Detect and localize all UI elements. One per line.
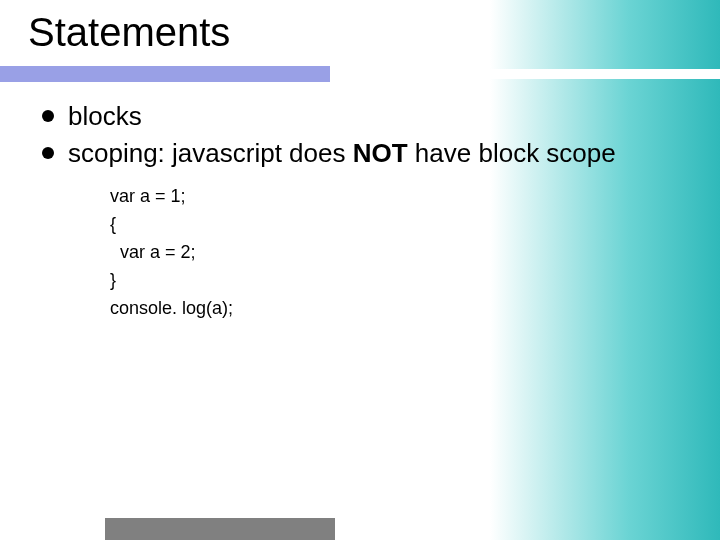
bullet-text-pre: scoping: javascript does <box>68 138 353 168</box>
code-line-4: } <box>110 267 680 295</box>
code-line-5: console. log(a); <box>110 295 680 323</box>
bullet-item-scoping: scoping: javascript does NOT have block … <box>40 137 680 170</box>
bullet-text-not: NOT <box>353 138 408 168</box>
code-line-1: var a = 1; <box>110 183 680 211</box>
content-area: blocks scoping: javascript does NOT have… <box>40 100 680 322</box>
code-line-3: var a = 2; <box>110 239 680 267</box>
bullet-item-blocks: blocks <box>40 100 680 133</box>
slide: Statements blocks scoping: javascript do… <box>0 0 720 540</box>
code-line-2: { <box>110 211 680 239</box>
bullet-list: blocks scoping: javascript does NOT have… <box>40 100 680 169</box>
divider-accent <box>0 66 330 82</box>
bullet-text: blocks <box>68 101 142 131</box>
bullet-text-post: have block scope <box>408 138 616 168</box>
code-block: var a = 1; { var a = 2; } console. log(a… <box>110 183 680 322</box>
bottom-bar-decoration <box>105 518 335 540</box>
title-divider <box>0 66 720 82</box>
slide-title: Statements <box>28 10 230 55</box>
